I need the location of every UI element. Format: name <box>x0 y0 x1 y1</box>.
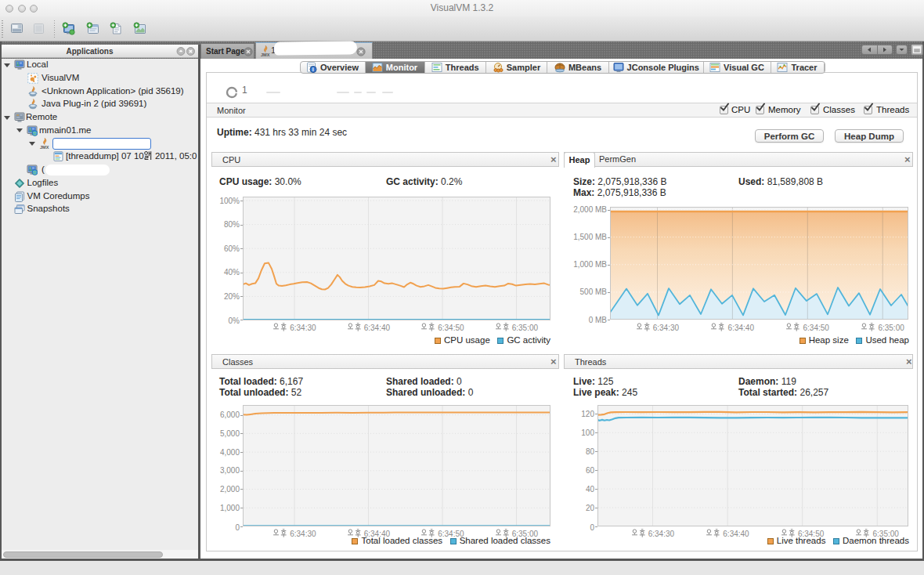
svg-text:i: i <box>312 67 314 72</box>
svg-text:JMX: JMX <box>40 144 49 149</box>
svg-text:JMX: JMX <box>261 52 270 57</box>
